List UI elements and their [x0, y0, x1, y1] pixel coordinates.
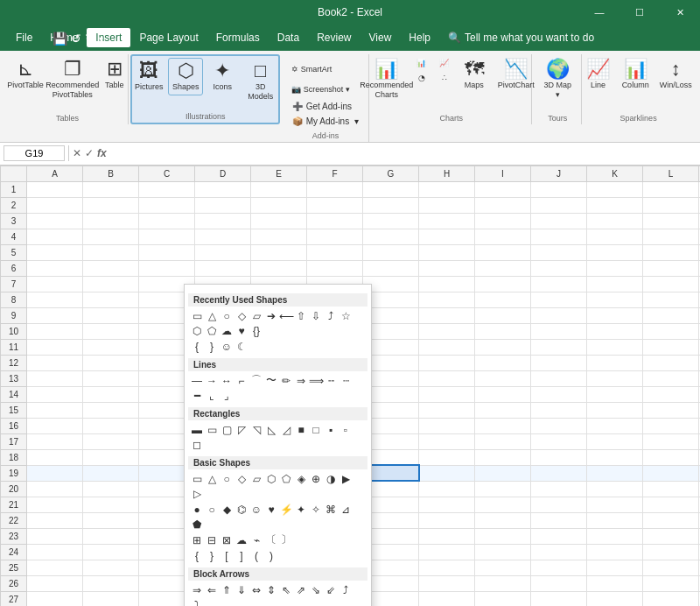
cell[interactable] — [587, 465, 643, 481]
row-header-15[interactable]: 15 — [1, 402, 27, 418]
cell[interactable] — [27, 512, 83, 528]
shape-arrow-right[interactable]: ➔ — [264, 309, 278, 323]
basic-16[interactable]: ⌬ — [234, 503, 248, 517]
cell[interactable] — [475, 402, 531, 418]
menu-file[interactable]: File — [7, 28, 41, 47]
row-header-23[interactable]: 23 — [1, 528, 27, 544]
cell[interactable] — [531, 181, 587, 197]
line-chart-btn[interactable]: 📈 — [434, 56, 455, 70]
cell[interactable] — [139, 244, 195, 260]
cell[interactable] — [307, 229, 363, 244]
scatter-chart-btn[interactable]: ∴ — [434, 71, 455, 85]
row-header-13[interactable]: 13 — [1, 370, 27, 386]
cell[interactable] — [475, 528, 531, 544]
col-C[interactable]: C — [139, 166, 195, 181]
cell[interactable] — [531, 355, 587, 370]
cell[interactable] — [27, 560, 83, 575]
cell[interactable] — [643, 433, 699, 449]
arrow-diag2[interactable]: ⇗ — [294, 583, 308, 597]
cell[interactable] — [27, 323, 83, 339]
cell[interactable] — [27, 497, 83, 512]
basic-15[interactable]: ◆ — [220, 503, 234, 517]
cell[interactable] — [587, 560, 643, 575]
cell[interactable] — [587, 386, 643, 402]
cell[interactable] — [139, 213, 195, 229]
menu-view[interactable]: View — [360, 28, 401, 47]
line-sparkline-btn[interactable]: 📈 Line — [581, 56, 616, 94]
basic-34[interactable]: [ — [220, 549, 234, 563]
cell[interactable] — [587, 449, 643, 465]
maximize-btn[interactable]: ☐ — [620, 0, 660, 25]
cell[interactable] — [587, 370, 643, 386]
cell[interactable] — [475, 512, 531, 528]
row-header-22[interactable]: 22 — [1, 512, 27, 528]
shape-arrow-up[interactable]: ⇧ — [294, 309, 308, 323]
row-header-10[interactable]: 10 — [1, 323, 27, 339]
cell[interactable] — [27, 229, 83, 244]
basic-37[interactable]: ) — [264, 549, 278, 563]
cell[interactable] — [419, 213, 475, 229]
line-thick[interactable]: ━ — [190, 389, 204, 403]
rect-5[interactable]: ■ — [294, 423, 308, 437]
cell[interactable] — [475, 433, 531, 449]
basic-22[interactable]: ⌘ — [324, 503, 338, 517]
dropdown-icon[interactable]: ▾ — [99, 34, 103, 44]
bar-chart-btn[interactable]: 📊 — [411, 56, 432, 70]
row-header-20[interactable]: 20 — [1, 481, 27, 497]
cell[interactable] — [475, 197, 531, 213]
cell[interactable] — [195, 229, 251, 244]
basic-20[interactable]: ✦ — [294, 503, 308, 517]
cell[interactable] — [643, 544, 699, 560]
cell[interactable] — [27, 544, 83, 560]
cell[interactable] — [419, 229, 475, 244]
col-K[interactable]: K — [587, 166, 643, 181]
col-J[interactable]: J — [531, 166, 587, 181]
cell[interactable] — [419, 260, 475, 276]
arrow-lr[interactable]: ⇔ — [249, 583, 263, 597]
cell[interactable] — [419, 386, 475, 402]
cell[interactable] — [83, 213, 139, 229]
col-A[interactable]: A — [27, 166, 83, 181]
cell[interactable] — [531, 465, 587, 481]
cell[interactable] — [27, 307, 83, 323]
cell[interactable] — [251, 213, 307, 229]
cell[interactable] — [419, 481, 475, 497]
cell[interactable] — [83, 528, 139, 544]
cell[interactable] — [27, 260, 83, 276]
cell[interactable] — [419, 181, 475, 197]
row-header-16[interactable]: 16 — [1, 418, 27, 433]
cell[interactable] — [587, 528, 643, 544]
basic-1[interactable]: ▭ — [190, 472, 204, 486]
cell[interactable] — [363, 229, 419, 244]
arrow-bent1[interactable]: ⤴ — [339, 583, 353, 597]
col-L[interactable]: L — [643, 166, 699, 181]
rect-snip[interactable]: ◸ — [234, 423, 248, 437]
cell[interactable] — [419, 402, 475, 418]
cell[interactable] — [27, 339, 83, 355]
line-free[interactable]: ✏ — [279, 374, 293, 388]
cell[interactable] — [307, 260, 363, 276]
cell[interactable] — [587, 591, 643, 606]
shape-arrow-left[interactable]: ⟵ — [279, 309, 293, 323]
cell[interactable] — [27, 528, 83, 544]
row-header-12[interactable]: 12 — [1, 355, 27, 370]
shape-arrow-down[interactable]: ⇩ — [309, 309, 323, 323]
cell[interactable] — [587, 292, 643, 307]
cell[interactable] — [83, 386, 139, 402]
cell[interactable] — [27, 449, 83, 465]
cell[interactable] — [643, 481, 699, 497]
column-sparkline-btn[interactable]: 📊 Column — [618, 56, 654, 94]
cell[interactable] — [83, 197, 139, 213]
cell[interactable] — [643, 323, 699, 339]
cell[interactable] — [643, 244, 699, 260]
line-squiggle[interactable]: 〜 — [264, 374, 278, 388]
cell[interactable] — [643, 307, 699, 323]
rect-7[interactable]: ▪ — [324, 423, 338, 437]
arrow-diag1[interactable]: ⇖ — [279, 583, 293, 597]
line-elbow[interactable]: ⌐ — [234, 374, 248, 388]
cell[interactable] — [195, 244, 251, 260]
cell[interactable] — [363, 213, 419, 229]
basic-33[interactable]: } — [205, 549, 219, 563]
cell[interactable] — [195, 260, 251, 276]
cell[interactable] — [83, 591, 139, 606]
